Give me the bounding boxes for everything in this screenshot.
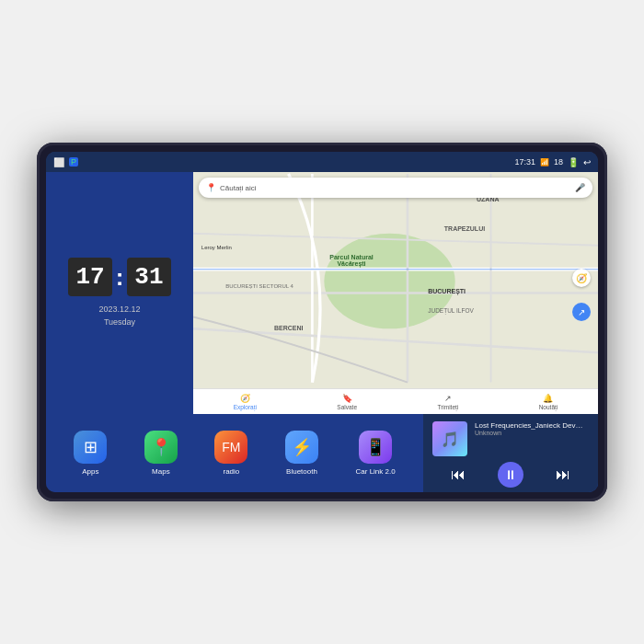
saved-label: Salvate <box>337 404 357 410</box>
main-content: 17 : 31 2023.12.12 Tuesday <box>46 172 598 414</box>
map-bottom-bar: 🧭 Explorați 🔖 Salvate ↗ Trimiteți 🔔 <box>193 388 598 414</box>
map-label-bucuresti: BUCUREȘTI <box>428 288 466 294</box>
app-bluetooth[interactable]: ⚡ Bluetooth <box>285 431 318 476</box>
app-radio[interactable]: FM radio <box>214 431 247 476</box>
date-display: 2023.12.12 Tuesday <box>98 304 140 328</box>
map-label-parc: Parcul Natural Văcărești <box>315 254 388 267</box>
maps-icon: 📍 <box>144 431 178 464</box>
next-button[interactable]: ⏭ <box>550 465 576 485</box>
app-grid: ⊞ Apps 📍 Maps FM radio <box>46 414 423 492</box>
play-pause-button[interactable]: ⏸ <box>498 462 523 488</box>
map-label-judet: JUDEȚUL ILFOV <box>428 307 474 314</box>
radio-label: radio <box>224 467 240 476</box>
app-maps[interactable]: 📍 Maps <box>144 431 178 476</box>
explore-icon: 🧭 <box>240 394 250 403</box>
map-explore[interactable]: 🧭 Explorați <box>234 394 257 410</box>
clock-hours: 17 <box>68 258 111 296</box>
day-value: Tuesday <box>98 316 140 329</box>
app-apps[interactable]: ⊞ Apps <box>74 431 107 476</box>
battery-icon: 🔋 <box>568 157 579 167</box>
clock-panel: 17 : 31 2023.12.12 Tuesday <box>46 172 193 414</box>
news-label: Noutăți <box>539 404 558 410</box>
map-saved[interactable]: 🔖 Salvate <box>337 394 357 410</box>
music-artist: Unknown <box>475 430 589 436</box>
carlink-icon: 📱 <box>359 431 392 464</box>
music-info: Lost Frequencies_Janieck Devy-... Unknow… <box>475 421 589 436</box>
signal-icon: 📶 <box>540 158 549 167</box>
status-left: ⬜ P <box>53 157 78 167</box>
maps-label: Maps <box>152 467 170 476</box>
prev-button[interactable]: ⏮ <box>445 465 471 485</box>
battery-label: 18 <box>554 157 563 167</box>
date-value: 2023.12.12 <box>98 304 140 316</box>
gps-icon: P <box>69 157 78 167</box>
map-background: 📍 Căutați aici 🎤 UZANA TRAPEZULUI Parcul… <box>193 172 598 414</box>
bottom-section: ⊞ Apps 📍 Maps FM radio <box>46 414 598 492</box>
map-share[interactable]: ↗ Trimiteți <box>437 394 458 410</box>
time-display: 17:31 <box>514 157 535 167</box>
app-carlink[interactable]: 📱 Car Link 2.0 <box>356 431 396 476</box>
share-icon: ↗ <box>444 394 452 403</box>
map-location[interactable]: ↗ <box>572 303 591 321</box>
clock-display: 17 : 31 <box>68 258 170 296</box>
map-label-leroy: Leroy Merlin <box>201 245 232 250</box>
explore-label: Explorați <box>234 404 257 410</box>
bluetooth-label: Bluetooth <box>286 467 317 476</box>
music-thumbnail: 🎵 <box>432 421 467 456</box>
mic-icon[interactable]: 🎤 <box>575 183 585 192</box>
map-search-bar[interactable]: 📍 Căutați aici 🎤 <box>199 178 592 198</box>
music-top: 🎵 Lost Frequencies_Janieck Devy-... Unkn… <box>432 421 589 456</box>
window-icon: ⬜ <box>53 157 64 167</box>
map-label-berceni: BERCENI <box>274 325 304 331</box>
clock-minutes: 31 <box>127 258 170 296</box>
map-label-trapezului: TRAPEZULUI <box>444 225 485 232</box>
music-player: 🎵 Lost Frequencies_Janieck Devy-... Unkn… <box>423 414 598 492</box>
status-bar: ⬜ P 17:31 📶 18 🔋 ↩ <box>46 152 598 172</box>
bluetooth-icon: ⚡ <box>285 431 318 464</box>
map-roads-svg <box>193 172 598 414</box>
search-text: Căutați aici <box>220 184 571 192</box>
car-head-unit: ⬜ P 17:31 📶 18 🔋 ↩ 17 : 31 2023. <box>37 143 607 501</box>
status-right: 17:31 📶 18 🔋 ↩ <box>514 157 591 167</box>
radio-icon: FM <box>214 431 247 464</box>
map-label-sector4: BUCUREȘTI SECTORUL 4 <box>225 283 293 289</box>
music-title: Lost Frequencies_Janieck Devy-... <box>475 421 585 430</box>
news-icon: 🔔 <box>543 394 553 403</box>
apps-label: Apps <box>82 467 98 476</box>
saved-icon: 🔖 <box>342 394 352 403</box>
clock-separator: : <box>116 263 124 292</box>
back-icon[interactable]: ↩ <box>583 157 591 167</box>
music-controls: ⏮ ⏸ ⏭ <box>432 462 589 488</box>
map-news[interactable]: 🔔 Noutăți <box>539 394 558 410</box>
screen: ⬜ P 17:31 📶 18 🔋 ↩ 17 : 31 2023. <box>46 152 598 492</box>
svg-point-1 <box>324 234 454 329</box>
map-pin-icon: 📍 <box>206 183 216 192</box>
apps-icon: ⊞ <box>74 431 107 464</box>
carlink-label: Car Link 2.0 <box>356 467 396 476</box>
map-area[interactable]: 📍 Căutați aici 🎤 UZANA TRAPEZULUI Parcul… <box>193 172 598 414</box>
share-label: Trimiteți <box>437 404 458 410</box>
